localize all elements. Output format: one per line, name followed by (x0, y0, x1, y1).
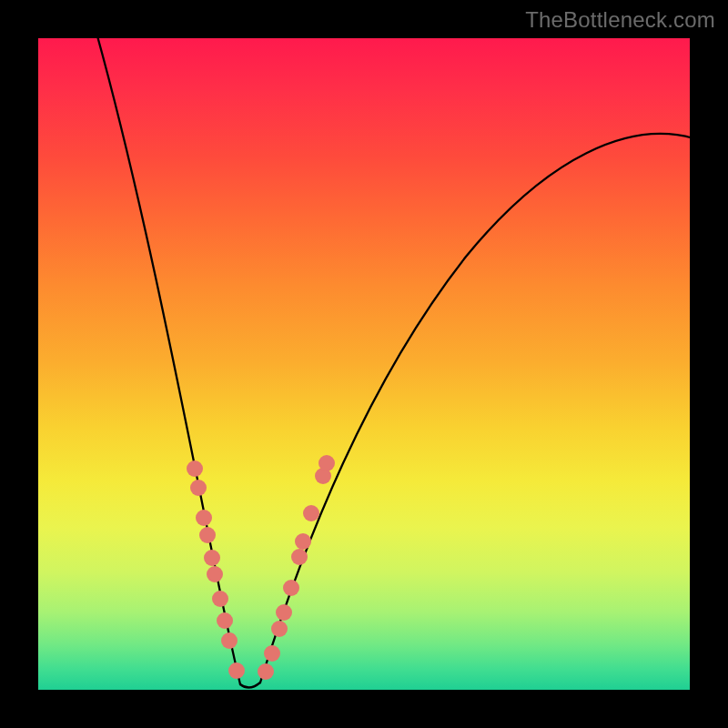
data-dot (283, 580, 299, 596)
data-dot (291, 549, 308, 565)
data-dot (303, 505, 319, 521)
data-dot (199, 527, 216, 543)
data-dot (212, 591, 228, 607)
data-dot (228, 662, 245, 679)
data-dot (196, 510, 212, 526)
data-dot (204, 550, 220, 566)
data-dot (207, 566, 223, 582)
data-dot (271, 621, 288, 637)
curve-right (260, 134, 693, 682)
data-dot (295, 533, 311, 550)
watermark-text: TheBottleneck.com (525, 7, 715, 33)
data-dot (190, 480, 207, 496)
data-dot (187, 460, 203, 477)
data-dot (264, 645, 280, 662)
data-dot (276, 604, 292, 621)
curve-layer (38, 38, 690, 690)
data-dot (217, 612, 233, 629)
data-dot (318, 455, 335, 471)
plot-area (38, 38, 690, 690)
data-dot (221, 632, 238, 649)
curve-left (96, 33, 240, 684)
chart-frame: TheBottleneck.com (0, 0, 728, 728)
curve-valley (240, 682, 260, 688)
data-dot (258, 663, 274, 680)
